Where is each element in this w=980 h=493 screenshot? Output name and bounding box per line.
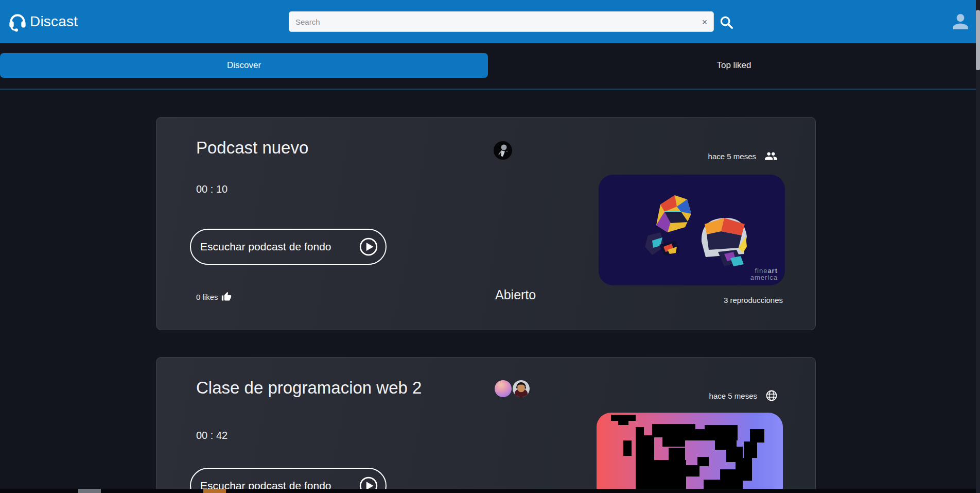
person-icon — [949, 10, 972, 33]
status-label: Abierto — [495, 287, 536, 302]
podcast-title: Clase de programacion web 2 — [196, 378, 422, 398]
tab-bar: Discover Top liked — [0, 43, 980, 93]
brand-logo[interactable]: Discast — [7, 0, 78, 43]
tab-divider — [0, 89, 980, 90]
navbar: Discast × — [0, 0, 980, 43]
vertical-scrollbar[interactable] — [976, 0, 980, 493]
podcast-duration: 00 : 10 — [196, 183, 227, 195]
listen-podcast-button[interactable]: Escuchar podcast de fondo — [190, 229, 387, 265]
search-icon — [719, 14, 736, 30]
profile-button[interactable] — [949, 10, 972, 33]
play-icon — [359, 237, 378, 257]
headset-icon — [7, 11, 28, 32]
scrollbar-thumb[interactable] — [976, 10, 980, 70]
search-clear-button[interactable]: × — [696, 12, 713, 31]
tab-discover[interactable]: Discover — [0, 53, 488, 78]
podcast-cover-art: fineart america — [599, 175, 785, 285]
globe-icon — [765, 389, 778, 402]
podcast-title: Podcast nuevo — [196, 138, 308, 158]
podcast-card: Clase de programacion web 2 hace 5 meses — [156, 357, 816, 493]
author-avatars — [495, 380, 530, 397]
posted-meta: hace 5 meses — [708, 149, 778, 163]
posted-meta: hace 5 meses — [709, 389, 778, 402]
podcast-duration: 00 : 42 — [196, 430, 227, 441]
podcast-card: Podcast nuevo hace 5 meses — [156, 117, 816, 330]
people-icon — [764, 149, 778, 163]
author-avatar — [495, 380, 512, 397]
bottom-artifact-orange — [203, 489, 226, 493]
search-input[interactable] — [289, 12, 696, 31]
likes-count: 0 likes — [196, 293, 218, 301]
bottom-artifact-gray — [78, 489, 101, 493]
likes-row: 0 likes — [196, 292, 232, 302]
watermark: fineart america — [750, 267, 778, 281]
thumbs-up-icon[interactable] — [221, 292, 232, 302]
posted-time: hace 5 meses — [709, 392, 757, 400]
search-form: × — [289, 11, 714, 32]
author-avatar — [513, 380, 530, 397]
tab-top-liked[interactable]: Top liked — [488, 53, 980, 78]
bottom-edge-strip — [0, 489, 980, 493]
posted-time: hace 5 meses — [708, 152, 756, 161]
search-button[interactable] — [719, 13, 736, 31]
plays-count: 3 reproducciones — [724, 296, 783, 304]
author-avatar — [494, 141, 512, 160]
brand-name: Discast — [30, 13, 78, 30]
podcast-cover-art — [597, 413, 783, 493]
listen-button-label: Escuchar podcast de fondo — [200, 241, 331, 253]
